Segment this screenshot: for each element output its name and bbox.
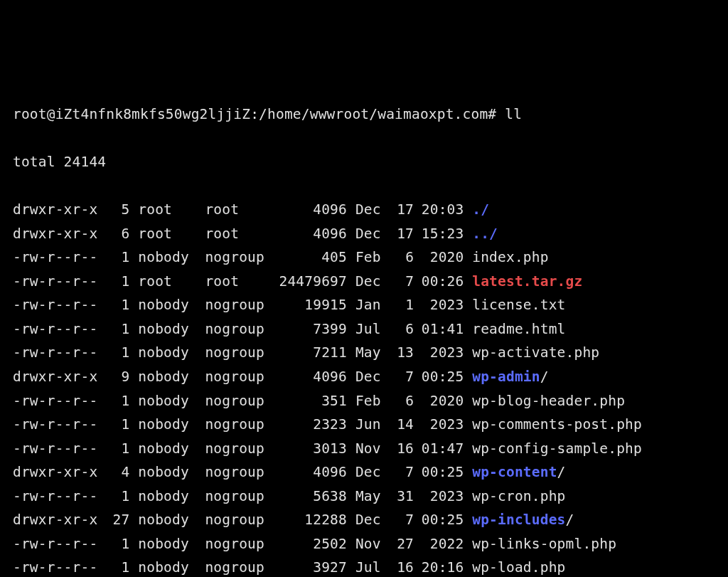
list-item: -rw-r--r--1 nobody nogroup7211 May132023… [13, 341, 715, 365]
col-month: Dec [355, 365, 389, 389]
col-links: 9 [105, 365, 129, 389]
col-group: nogroup [205, 460, 272, 485]
col-day: 13 [389, 341, 414, 365]
col-name: license.txt [464, 293, 566, 317]
col-group: nogroup [205, 245, 272, 270]
prompt-line[interactable]: root@iZt4nfnk8mkfs50wg2ljjiZ:/home/wwwro… [13, 102, 715, 127]
col-perms: -rw-r--r-- [13, 485, 105, 509]
col-day: 17 [389, 198, 414, 222]
col-name: wp-cron.php [464, 485, 566, 509]
col-size: 7399 [272, 317, 347, 342]
col-size: 2502 [272, 532, 347, 556]
col-perms: drwxr-xr-x [13, 365, 105, 389]
file-name: wp-links-opml.php [472, 536, 616, 552]
col-group: nogroup [205, 437, 272, 461]
col-size: 7211 [272, 341, 347, 365]
col-perms: -rw-r--r-- [13, 245, 105, 270]
file-name: wp-cron.php [472, 488, 565, 504]
col-time: 2020 [414, 245, 464, 270]
col-size: 4096 [272, 222, 347, 246]
col-links: 5 [105, 198, 129, 222]
col-links: 1 [105, 485, 129, 509]
col-name: ./ [464, 198, 490, 222]
file-name: wp-admin [472, 369, 540, 385]
col-links: 1 [105, 556, 129, 577]
col-day: 17 [389, 222, 414, 246]
col-day: 14 [389, 413, 414, 437]
col-group: nogroup [205, 508, 272, 532]
col-month: May [355, 485, 389, 509]
file-name: latest.tar.gz [472, 273, 582, 290]
col-perms: -rw-r--r-- [13, 341, 105, 365]
col-links: 1 [105, 413, 129, 437]
col-name: latest.tar.gz [464, 270, 583, 294]
col-group: root [205, 270, 272, 294]
col-links: 1 [105, 317, 129, 342]
file-name: ../ [472, 226, 498, 242]
prompt-user-host-path: root@iZt4nfnk8mkfs50wg2ljjiZ:/home/wwwro… [13, 106, 496, 122]
file-suffix: / [540, 369, 549, 385]
col-perms: -rw-r--r-- [13, 389, 105, 413]
col-day: 7 [389, 270, 414, 294]
col-name: wp-config-sample.php [464, 437, 642, 461]
list-item: drwxr-xr-x9 nobody nogroup4096 Dec700:25… [13, 365, 715, 389]
col-owner: root [138, 198, 196, 222]
col-perms: -rw-r--r-- [13, 437, 105, 461]
col-owner: nobody [138, 413, 196, 437]
col-month: Dec [355, 270, 389, 294]
file-name: index.php [472, 249, 548, 265]
col-perms: drwxr-xr-x [13, 222, 105, 246]
col-perms: drwxr-xr-x [13, 508, 105, 532]
col-owner: nobody [138, 245, 196, 270]
col-owner: nobody [138, 365, 196, 389]
col-month: Jan [355, 293, 389, 317]
col-links: 1 [105, 532, 129, 556]
col-month: Jul [355, 317, 389, 342]
col-time: 15:23 [414, 222, 464, 246]
list-item: -rw-r--r--1 nobody nogroup2323 Jun142023… [13, 413, 715, 437]
col-links: 6 [105, 222, 129, 246]
list-item: drwxr-xr-x4 nobody nogroup4096 Dec700:25… [13, 460, 715, 485]
col-perms: drwxr-xr-x [13, 198, 105, 222]
col-day: 6 [389, 245, 414, 270]
col-group: nogroup [205, 317, 272, 342]
col-size: 5638 [272, 485, 347, 509]
col-month: Nov [355, 532, 389, 556]
col-size: 19915 [272, 293, 347, 317]
col-name: wp-links-opml.php [464, 532, 617, 556]
list-item: -rw-r--r--1 nobody nogroup2502 Nov272022… [13, 532, 715, 556]
col-owner: nobody [138, 293, 196, 317]
list-item: -rw-r--r--1 nobody nogroup19915 Jan12023… [13, 293, 715, 317]
col-group: root [205, 198, 272, 222]
col-name: wp-comments-post.php [464, 413, 642, 437]
col-time: 2023 [414, 293, 464, 317]
col-group: nogroup [205, 556, 272, 577]
col-month: Feb [355, 389, 389, 413]
col-size: 2323 [272, 413, 347, 437]
col-links: 1 [105, 341, 129, 365]
col-size: 4096 [272, 365, 347, 389]
col-perms: -rw-r--r-- [13, 270, 105, 294]
file-name: license.txt [472, 297, 565, 313]
list-item: -rw-r--r--1 nobody nogroup351 Feb62020wp… [13, 389, 715, 413]
col-links: 1 [105, 389, 129, 413]
list-item: -rw-r--r--1 nobody nogroup3013 Nov1601:4… [13, 437, 715, 461]
col-name: wp-content/ [464, 460, 566, 485]
col-size: 4096 [272, 198, 347, 222]
col-group: nogroup [205, 389, 272, 413]
col-size: 24479697 [272, 270, 347, 294]
file-name: wp-comments-post.php [472, 416, 642, 433]
col-links: 1 [105, 270, 129, 294]
file-name: wp-includes [472, 512, 565, 528]
col-perms: -rw-r--r-- [13, 317, 105, 342]
col-owner: nobody [138, 341, 196, 365]
col-name: wp-includes/ [464, 508, 574, 532]
col-size: 351 [272, 389, 347, 413]
col-day: 7 [389, 460, 414, 485]
col-day: 27 [389, 532, 414, 556]
col-time: 01:41 [414, 317, 464, 342]
col-time: 2020 [414, 389, 464, 413]
file-name: wp-load.php [472, 559, 565, 576]
col-perms: drwxr-xr-x [13, 460, 105, 485]
col-perms: -rw-r--r-- [13, 532, 105, 556]
